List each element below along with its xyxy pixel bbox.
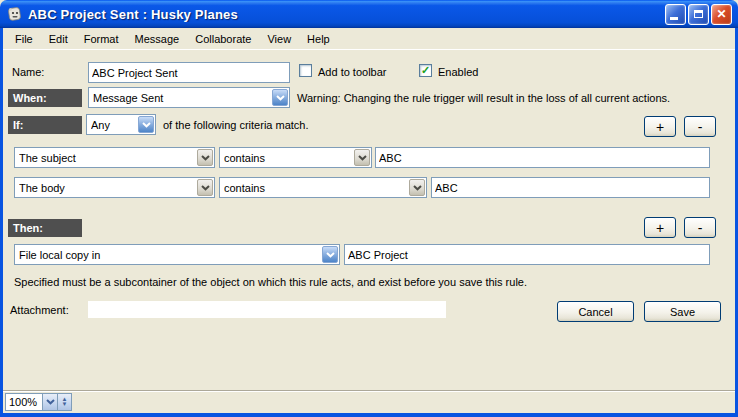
remove-action-button[interactable]: - bbox=[684, 217, 716, 238]
when-trigger-dropdown[interactable]: Message Sent bbox=[88, 87, 290, 108]
chevron-down-icon[interactable] bbox=[42, 394, 57, 410]
menu-collaborate[interactable]: Collaborate bbox=[187, 30, 259, 48]
add-action-button[interactable]: + bbox=[644, 217, 676, 238]
subcontainer-note: Specified must be a subcontainer of the … bbox=[14, 276, 527, 288]
menu-edit[interactable]: Edit bbox=[41, 30, 76, 48]
criteria-2-value-input[interactable] bbox=[431, 177, 710, 198]
menu-view[interactable]: View bbox=[259, 30, 299, 48]
menu-message[interactable]: Message bbox=[127, 30, 188, 48]
chevron-down-icon[interactable] bbox=[138, 116, 154, 133]
add-criteria-button[interactable]: + bbox=[644, 116, 676, 137]
if-match-dropdown[interactable]: Any bbox=[86, 114, 156, 135]
zoom-spinner[interactable]: ▲ ▼ bbox=[57, 394, 71, 410]
criteria-1-field-dropdown[interactable]: The subject bbox=[14, 147, 215, 168]
criteria-2-operator-dropdown[interactable]: contains bbox=[219, 177, 427, 198]
enabled-label: Enabled bbox=[438, 66, 478, 78]
minimize-button[interactable] bbox=[665, 4, 686, 25]
titlebar: ABC Project Sent : Husky Planes ✕ bbox=[0, 0, 738, 28]
window-border-bottom bbox=[0, 413, 738, 417]
window-title: ABC Project Sent : Husky Planes bbox=[28, 7, 665, 22]
when-warning-text: Warning: Changing the rule trigger will … bbox=[297, 92, 670, 104]
attachment-input[interactable] bbox=[88, 301, 446, 318]
maximize-icon bbox=[694, 10, 703, 18]
minimize-icon bbox=[670, 17, 678, 20]
when-section-label: When: bbox=[8, 89, 82, 107]
add-to-toolbar-checkbox[interactable] bbox=[299, 64, 312, 77]
rule-editor-window: ABC Project Sent : Husky Planes ✕ File E… bbox=[0, 0, 738, 417]
zoom-value: 100% bbox=[6, 394, 42, 410]
chevron-down-icon[interactable] bbox=[197, 149, 213, 166]
maximize-button[interactable] bbox=[688, 4, 709, 25]
chevron-down-icon[interactable] bbox=[409, 179, 425, 196]
chevron-down-icon[interactable] bbox=[322, 246, 338, 263]
criteria-1-operator-dropdown[interactable]: contains bbox=[219, 147, 372, 168]
criteria-1-value-input[interactable] bbox=[375, 147, 710, 168]
add-to-toolbar-label: Add to toolbar bbox=[318, 66, 387, 78]
action-target-input[interactable] bbox=[344, 244, 710, 265]
close-button[interactable]: ✕ bbox=[711, 4, 732, 25]
attachment-label: Attachment: bbox=[10, 304, 69, 316]
name-input[interactable] bbox=[88, 62, 290, 83]
criteria-2-field-dropdown[interactable]: The body bbox=[14, 177, 215, 198]
close-icon: ✕ bbox=[716, 8, 726, 20]
name-label: Name: bbox=[12, 66, 44, 78]
cancel-button[interactable]: Cancel bbox=[557, 301, 634, 322]
menubar: File Edit Format Message Collaborate Vie… bbox=[3, 28, 735, 50]
chevron-down-icon[interactable] bbox=[272, 89, 288, 106]
menu-format[interactable]: Format bbox=[76, 30, 127, 48]
save-button[interactable]: Save bbox=[644, 301, 721, 322]
statusbar-divider bbox=[3, 390, 735, 392]
chevron-down-icon[interactable] bbox=[197, 179, 213, 196]
then-section-label: Then: bbox=[8, 219, 82, 237]
menu-help[interactable]: Help bbox=[299, 30, 338, 48]
remove-criteria-button[interactable]: - bbox=[684, 116, 716, 137]
if-suffix-text: of the following criteria match. bbox=[163, 119, 309, 131]
menu-file[interactable]: File bbox=[7, 30, 41, 48]
window-border-left bbox=[0, 28, 3, 417]
spinner-down-icon[interactable]: ▼ bbox=[62, 402, 68, 407]
zoom-control[interactable]: 100% ▲ ▼ bbox=[5, 393, 72, 411]
action-type-dropdown[interactable]: File local copy in bbox=[14, 244, 340, 265]
chevron-down-icon[interactable] bbox=[354, 149, 370, 166]
if-section-label: If: bbox=[8, 116, 82, 134]
app-icon bbox=[6, 6, 23, 23]
enabled-checkbox[interactable]: ✓ bbox=[419, 64, 432, 77]
